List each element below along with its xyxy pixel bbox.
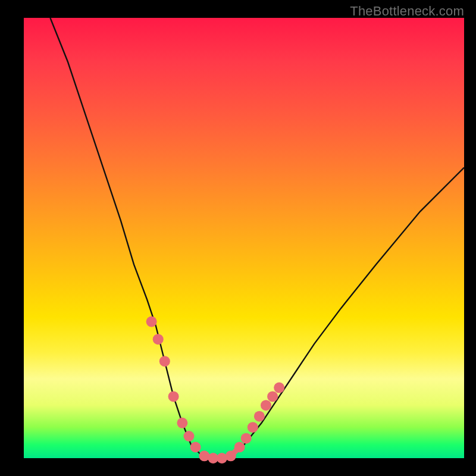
watermark-text: TheBottleneck.com (350, 4, 464, 19)
marker-dot (184, 431, 195, 441)
marker-dot (190, 442, 201, 453)
plot-area (24, 18, 464, 458)
marker-dot (261, 400, 271, 411)
marker-dot (146, 317, 157, 327)
marker-dot (274, 383, 284, 393)
marker-dot (254, 411, 265, 422)
marker-dot (241, 433, 252, 444)
marker-dot (159, 356, 170, 367)
bottleneck-curve (50, 18, 464, 458)
marker-dot (153, 334, 164, 345)
marker-dot (168, 391, 179, 402)
marker-dot (267, 391, 278, 402)
marker-group (146, 317, 285, 464)
chart-frame: TheBottleneck.com (0, 0, 476, 476)
marker-dot (248, 422, 258, 433)
chart-svg (24, 18, 464, 458)
marker-dot (177, 418, 187, 428)
